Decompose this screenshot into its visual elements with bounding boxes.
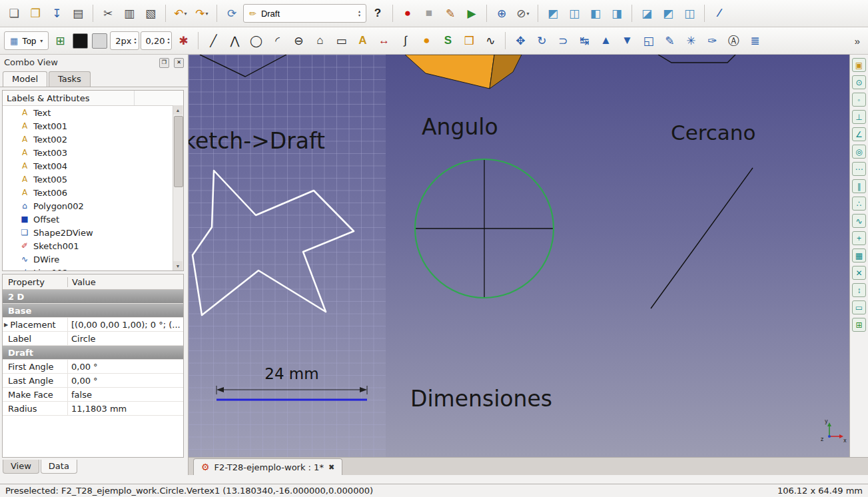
redo[interactable]: ↷▾ xyxy=(192,3,212,23)
scrollbar-thumb[interactable] xyxy=(174,116,183,187)
macro-play[interactable]: ▶ xyxy=(462,3,482,23)
draft-offset[interactable]: ⊃ xyxy=(553,31,573,51)
tree-item-text006[interactable]: AText006 xyxy=(3,186,183,199)
tree-item-text[interactable]: AText xyxy=(3,106,183,119)
draft-upgrade[interactable]: ▲ xyxy=(596,31,616,51)
draft-downgrade[interactable]: ▼ xyxy=(617,31,637,51)
snap-angle[interactable]: ∠ xyxy=(852,127,866,141)
solid-face-dark[interactable] xyxy=(490,55,522,89)
wire-polygon[interactable] xyxy=(193,171,354,315)
property-value[interactable]: 0,00 ° xyxy=(68,376,183,386)
draft-move[interactable]: ✥ xyxy=(510,31,530,51)
property-value[interactable]: 0,00 ° xyxy=(68,362,183,372)
text-scale-spin[interactable]: 0,20▴▾ xyxy=(141,31,173,50)
annotation-sketch-draft[interactable]: ketch->Draft xyxy=(189,128,325,154)
line-width-spin[interactable]: 2px▴▾ xyxy=(110,31,139,50)
3d-viewport[interactable]: y x z ketch->Draft Angulo Cercano Dimens… xyxy=(189,55,849,457)
tree-item-offset[interactable]: ■Offset xyxy=(3,213,183,226)
view-right[interactable]: ◨ xyxy=(607,3,627,23)
draft-rotate[interactable]: ↻ xyxy=(532,31,552,51)
refresh[interactable]: ⟳ xyxy=(222,3,242,23)
macro-edit[interactable]: ✎ xyxy=(440,3,460,23)
tree-item-dwire[interactable]: ∿DWire xyxy=(3,252,183,266)
snap-parallel[interactable]: ∥ xyxy=(852,179,866,193)
draft-facebinder[interactable]: ❒ xyxy=(459,31,479,51)
snap-center[interactable]: ◎ xyxy=(852,145,866,159)
draft-polygon[interactable]: ⌂ xyxy=(310,31,330,51)
partial-polygon-outline[interactable] xyxy=(200,55,286,77)
snap-grid[interactable]: ▦ xyxy=(852,248,866,262)
draft-wire[interactable]: ⋀ xyxy=(224,31,244,51)
draft-scale[interactable]: ◱ xyxy=(638,31,658,51)
view-axonometric[interactable]: ◩ xyxy=(543,3,563,23)
property-value[interactable]: Circle xyxy=(68,334,183,344)
new-document[interactable]: ❏ xyxy=(4,3,24,23)
measure-distance[interactable]: ∕ xyxy=(709,3,729,23)
working-plane-button[interactable]: ▦Top▾ xyxy=(4,31,49,50)
property-row-radius[interactable]: Radius11,1803 mm xyxy=(3,402,183,416)
document-tab[interactable]: ⚙ F2-T28-ejemplo-work : 1* ✖ xyxy=(193,458,342,475)
paste[interactable]: ▧ xyxy=(141,3,161,23)
scroll-down-button[interactable]: ▼ xyxy=(173,261,183,270)
save-document[interactable]: ↧ xyxy=(47,3,67,23)
partial-hexagon-outline[interactable] xyxy=(658,55,735,63)
tree-item-text001[interactable]: AText001 xyxy=(3,119,183,133)
snap-working-plane[interactable]: ▭ xyxy=(852,300,866,314)
draft-text[interactable]: A xyxy=(352,31,372,51)
toolbar-overflow[interactable]: » xyxy=(851,35,864,47)
property-value[interactable]: 11,1803 mm xyxy=(68,404,183,414)
autogroup[interactable]: ⊞ xyxy=(50,31,70,51)
tree-item-text003[interactable]: AText003 xyxy=(3,146,183,159)
snap-perpendicular[interactable]: ⊥ xyxy=(852,110,866,124)
tree-item-text002[interactable]: AText002 xyxy=(3,133,183,146)
close-panel-button[interactable]: ✕ xyxy=(174,58,184,68)
tree-item-text004[interactable]: AText004 xyxy=(3,159,183,173)
draft-layer[interactable]: ≣ xyxy=(745,31,765,51)
property-row-label[interactable]: LabelCircle xyxy=(3,332,183,346)
tree-item-sketch001[interactable]: ✐Sketch001 xyxy=(3,239,183,252)
clipping-plane[interactable]: ⊘▾ xyxy=(513,3,533,23)
tree-scrollbar[interactable]: ▲ ▼ xyxy=(173,105,183,270)
draft-edit[interactable]: ✎ xyxy=(659,31,679,51)
draft-shapestring[interactable]: S xyxy=(438,31,458,51)
property-row-make-face[interactable]: Make Facefalse xyxy=(3,388,183,402)
undo[interactable]: ↶▾ xyxy=(171,3,191,23)
whats-this[interactable]: ? xyxy=(368,3,388,23)
tree-item-shape2dview[interactable]: ❏Shape2DView xyxy=(3,226,183,239)
property-row-last-angle[interactable]: Last Angle0,00 ° xyxy=(3,374,183,388)
snap-midpoint[interactable]: ◦ xyxy=(852,93,866,107)
snap-extension[interactable]: ⋯ xyxy=(852,162,866,176)
tree-item-polygon002[interactable]: ⌂Polygon002 xyxy=(3,199,183,213)
annotation-cercano[interactable]: Cercano xyxy=(671,121,755,145)
property-value[interactable]: [(0,00 0,00 1,00); 0 °; (... xyxy=(68,320,183,330)
draft-subelement[interactable]: ✳ xyxy=(681,31,701,51)
tree-item-text005[interactable]: AText005 xyxy=(3,173,183,186)
view-front[interactable]: ◫ xyxy=(564,3,584,23)
float-panel-button[interactable]: ❐ xyxy=(159,58,169,68)
draft-bspline[interactable]: ∫ xyxy=(395,31,415,51)
view-rear[interactable]: ◪ xyxy=(637,3,657,23)
tree-item-line002[interactable]: ∕Line002 xyxy=(3,266,183,271)
scroll-up-button[interactable]: ▲ xyxy=(173,105,183,115)
dimension-text[interactable]: 24 mm xyxy=(255,365,328,382)
view-left[interactable]: ◫ xyxy=(679,3,699,23)
text-scale-spin-arrows[interactable]: ▴▾ xyxy=(167,37,169,45)
tab-view[interactable]: View xyxy=(3,460,39,474)
snap-intersection[interactable]: ✕ xyxy=(852,266,866,280)
snap-dimensions[interactable]: ↕ xyxy=(852,283,866,297)
view-top[interactable]: ◧ xyxy=(586,3,606,23)
toggle-grid[interactable]: ⊞ xyxy=(852,318,866,332)
property-row-first-angle[interactable]: First Angle0,00 ° xyxy=(3,360,183,374)
expander-icon[interactable]: ▶ xyxy=(4,322,8,328)
draft-point[interactable]: ● xyxy=(416,31,436,51)
draft-annotation-style[interactable]: Ⓐ xyxy=(723,31,743,51)
draft-arc[interactable]: ◜ xyxy=(267,31,287,51)
draft-circle[interactable]: ◯ xyxy=(246,31,266,51)
tab-tasks[interactable]: Tasks xyxy=(49,71,91,87)
macro-stop[interactable]: ■ xyxy=(419,3,439,23)
workbench-selector[interactable]: ✏Draft▴▾ xyxy=(243,4,366,23)
draft-bezcurve[interactable]: ∿ xyxy=(480,31,500,51)
diagonal-line[interactable] xyxy=(651,168,753,308)
print[interactable]: ▤ xyxy=(68,3,88,23)
construction-mode[interactable]: ✱ xyxy=(173,31,193,51)
